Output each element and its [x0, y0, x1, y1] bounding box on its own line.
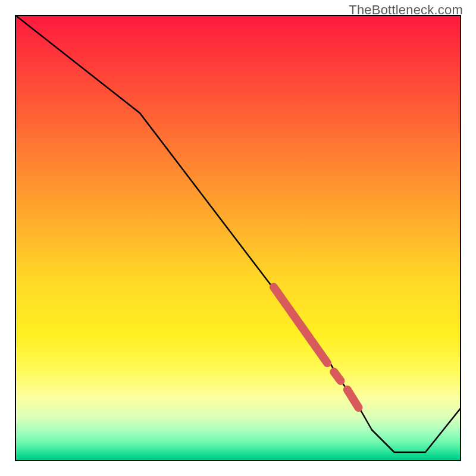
chart-plot-area — [15, 15, 461, 461]
chart-container: TheBottleneck.com — [0, 0, 476, 476]
